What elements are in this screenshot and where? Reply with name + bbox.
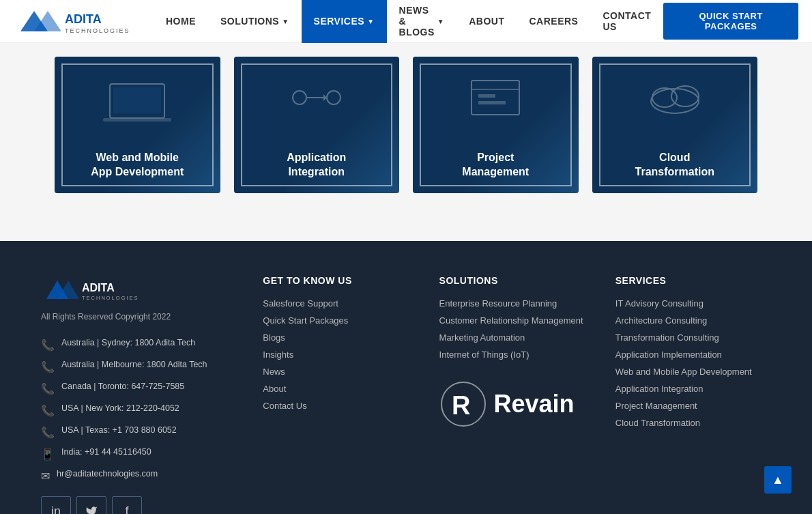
revain-icon: R [439, 380, 487, 428]
linkedin-button[interactable]: in [41, 496, 71, 514]
email-icon: ✉ [41, 470, 50, 483]
nav-item-solutions[interactable]: SOLUTIONS ▼ [208, 0, 302, 43]
link-it-advisory[interactable]: IT Advisory Consulting [615, 298, 771, 309]
phone-icon-2: 📞 [41, 360, 55, 373]
svg-text:ADITA: ADITA [82, 282, 115, 294]
link-erp[interactable]: Enterprise Resource Planning [439, 298, 595, 309]
link-news[interactable]: News [263, 367, 418, 377]
nav-item-about[interactable]: ABOUT [456, 0, 517, 43]
phone-icon-5: 📞 [41, 426, 55, 439]
svg-rect-11 [472, 81, 519, 115]
phone-icon-3: 📞 [41, 382, 55, 395]
card-web[interactable]: Web and MobileApp Development [55, 57, 220, 193]
phone-icon: 📞 [41, 339, 55, 352]
svg-rect-5 [103, 118, 171, 122]
link-app-integration[interactable]: Application Integration [615, 384, 771, 394]
quick-start-button[interactable]: QUICK START PACKAGES [663, 3, 798, 40]
services-caret-icon: ▼ [367, 18, 374, 25]
nav-item-services[interactable]: SERVICES ▼ [302, 0, 387, 43]
footer-copyright: All Rights Reserved Copyright 2022 [41, 312, 242, 322]
card-project[interactable]: ProjectManagement [413, 57, 579, 193]
phone-icon-4: 📞 [41, 404, 55, 417]
svg-rect-13 [478, 94, 495, 98]
svg-point-8 [327, 91, 340, 104]
link-about[interactable]: About [263, 384, 418, 394]
svg-rect-6 [113, 87, 161, 113]
social-links: in f [41, 496, 242, 514]
footer-col-solutions: SOLUTIONS Enterprise Resource Planning C… [439, 275, 595, 514]
revain-area: R Revain [439, 380, 595, 428]
nav-item-contact[interactable]: CONTACT US [590, 0, 663, 43]
svg-rect-14 [478, 101, 506, 104]
footer-grid: ADITA TECHNOLOGIES All Rights Reserved C… [41, 275, 771, 514]
link-transformation[interactable]: Transformation Consulting [615, 332, 771, 343]
news-caret-icon: ▼ [437, 18, 444, 25]
footer-col-about: ADITA TECHNOLOGIES All Rights Reserved C… [41, 275, 242, 514]
link-crm[interactable]: Customer Relationship Management [439, 315, 595, 326]
solutions-title: SOLUTIONS [439, 275, 595, 286]
link-project-mgmt[interactable]: Project Management [615, 401, 771, 411]
nav-item-home[interactable]: HOME [154, 0, 208, 43]
card-project-label: ProjectManagement [413, 151, 579, 180]
nav-links: HOME SOLUTIONS ▼ SERVICES ▼ NEWS & BLOGS… [154, 0, 663, 43]
contact-toronto: 📞 Canada | Toronto: 647-725-7585 [41, 382, 242, 395]
svg-text:TECHNOLOGIES: TECHNOLOGIES [82, 295, 139, 301]
contact-texas: 📞 USA | Texas: +1 703 880 6052 [41, 425, 242, 439]
footer-logo: ADITA TECHNOLOGIES [41, 275, 242, 306]
services-title: SERVICES [615, 275, 771, 286]
navbar: ADITA TECHNOLOGIES HOME SOLUTIONS ▼ SERV… [0, 0, 812, 43]
svg-text:R: R [452, 391, 470, 420]
gettoknow-title: GET TO KNOW US [263, 275, 418, 286]
card-app-label: ApplicationIntegration [234, 151, 400, 180]
link-blogs[interactable]: Blogs [263, 332, 418, 343]
link-app-implementation[interactable]: Application Implementation [615, 349, 771, 360]
mobile-icon: 📱 [41, 448, 55, 461]
link-marketing-automation[interactable]: Marketing Automation [439, 332, 595, 343]
contact-india: 📱 India: +91 44 45116450 [41, 447, 242, 461]
link-quick-start[interactable]: Quick Start Packages [263, 315, 418, 326]
contact-newyork: 📞 USA | New York: 212-220-4052 [41, 403, 242, 417]
nav-item-careers[interactable]: CAREERS [517, 0, 591, 43]
card-web-label: Web and MobileApp Development [55, 151, 220, 180]
solutions-caret-icon: ▼ [282, 18, 289, 25]
twitter-button[interactable] [76, 496, 106, 514]
svg-text:ADITA: ADITA [65, 12, 102, 26]
service-cards: Web and MobileApp Development Applicatio… [0, 43, 812, 220]
link-contact-us[interactable]: Contact Us [263, 401, 418, 411]
link-salesforce[interactable]: Salesforce Support [263, 298, 418, 309]
link-insights[interactable]: Insights [263, 349, 418, 360]
svg-marker-10 [323, 94, 327, 101]
logo[interactable]: ADITA TECHNOLOGIES [14, 4, 133, 38]
link-cloud-transform[interactable]: Cloud Transformation [615, 418, 771, 428]
footer-col-gettoknow: GET TO KNOW US Salesforce Support Quick … [263, 275, 418, 514]
revain-text: Revain [494, 390, 575, 418]
link-architecture[interactable]: Architecture Consulting [615, 315, 771, 326]
facebook-button[interactable]: f [112, 496, 142, 514]
link-iot[interactable]: Internet of Things (IoT) [439, 349, 595, 360]
nav-item-news[interactable]: NEWS & BLOGS ▼ [387, 0, 457, 43]
footer: ADITA TECHNOLOGIES All Rights Reserved C… [0, 241, 812, 514]
contact-email: ✉ hr@aditatechnologies.com [41, 469, 242, 483]
scroll-top-button[interactable]: ▲ [764, 466, 792, 494]
svg-text:TECHNOLOGIES: TECHNOLOGIES [65, 27, 130, 34]
card-app-integration[interactable]: ApplicationIntegration [234, 57, 400, 193]
contact-melbourne: 📞 Australia | Melbourne: 1800 Adita Tech [41, 360, 242, 373]
footer-col-services: SERVICES IT Advisory Consulting Architec… [615, 275, 771, 514]
card-cloud[interactable]: CloudTransformation [592, 57, 758, 193]
link-web-mobile[interactable]: Web and Mobile App Development [615, 367, 771, 377]
svg-point-17 [671, 86, 699, 106]
contact-sydney: 📞 Australia | Sydney: 1800 Adita Tech [41, 338, 242, 352]
section-divider [0, 220, 812, 241]
svg-point-7 [293, 91, 306, 104]
card-cloud-label: CloudTransformation [592, 151, 758, 180]
